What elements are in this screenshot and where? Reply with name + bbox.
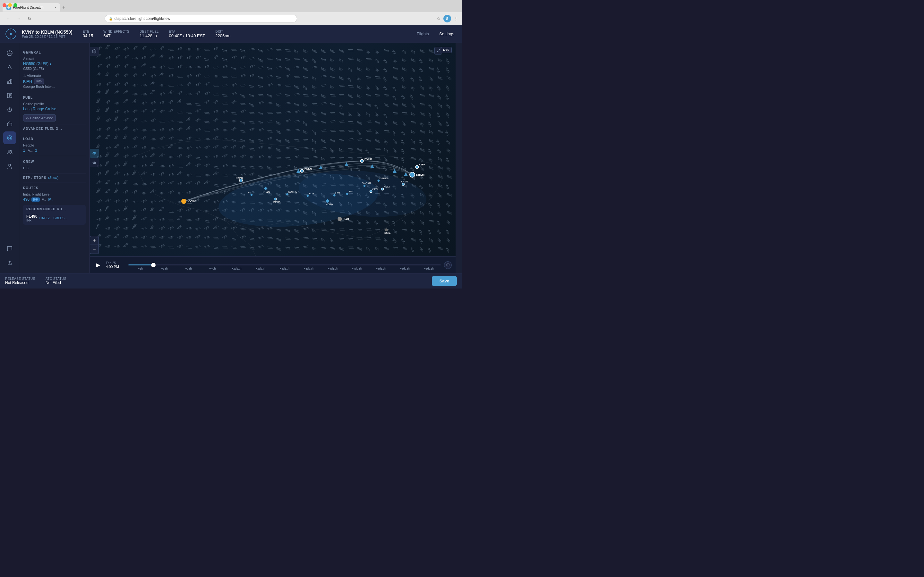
svg-point-19: [8, 150, 10, 152]
lock-icon: 🔒: [109, 17, 113, 21]
aircraft-selector[interactable]: NG550 (GLF5) ▾: [23, 61, 86, 66]
people-label: People: [23, 143, 86, 147]
map-view-controls: [90, 149, 99, 167]
zoom-in-button[interactable]: +: [90, 236, 99, 245]
alternate-row: KIAH Info: [23, 79, 86, 84]
alternate-link[interactable]: KIAH: [23, 79, 32, 84]
timeline-play-button[interactable]: ▶: [94, 261, 103, 269]
timeline-info-button[interactable]: ⓘ: [444, 261, 452, 269]
fl-extra: F...: [42, 198, 46, 201]
flight-info: KVNY to KBLM (NG550) Feb 25, 20:25Z / 12…: [22, 29, 73, 39]
minimize-window-button[interactable]: [8, 3, 12, 7]
stat-eta-value: 00:40Z / 19:40 EST: [169, 33, 205, 38]
timeline-fill: [128, 264, 153, 266]
browser-menu-icon[interactable]: ⋮: [454, 16, 458, 21]
alternate-info-button[interactable]: Info: [34, 79, 44, 84]
stat-eta-label: ETA: [169, 30, 205, 33]
flights-nav-button[interactable]: Flights: [414, 30, 431, 37]
tick-40h: +40h: [200, 267, 225, 270]
tab-title: ForeFlight Dispatch: [13, 5, 53, 9]
recommended-routes-section: RECOMMENDED RO... FL490 IFR HAYEZ... GBE…: [23, 205, 86, 225]
sidebar-icon-people[interactable]: [3, 145, 16, 158]
divider-1: [23, 92, 86, 92]
tick-2d11h: +2d11h: [225, 267, 249, 270]
svg-point-17: [7, 135, 12, 140]
initial-fl-field: Initial Flight Level 490 IFR F... IP...: [23, 192, 86, 201]
tab-close-button[interactable]: ×: [55, 5, 57, 9]
sidebar-icon-share[interactable]: [3, 256, 16, 269]
maximize-window-button[interactable]: [13, 3, 17, 7]
sidebar-icon-chat[interactable]: [3, 242, 16, 255]
etp-show-link[interactable]: (Show): [48, 176, 58, 179]
sidebar-icon-map[interactable]: [3, 47, 16, 60]
back-button[interactable]: ←: [4, 15, 12, 22]
alternate-label: 1. Alternate: [23, 74, 86, 77]
top-header: KVNY to KBLM (NG550) Feb 25, 20:25Z / 12…: [0, 25, 462, 43]
timeline-thumb[interactable]: [151, 263, 156, 268]
svg-rect-9: [9, 81, 10, 84]
rec-fl-info: FL490 IFR: [26, 214, 37, 222]
pic-label: PIC: [23, 166, 86, 170]
crew-title: CREW: [23, 160, 86, 163]
advanced-fuel-header: ADVANCED FUEL O...: [23, 127, 86, 131]
sidebar-icon-analytics[interactable]: [3, 103, 16, 116]
user-avatar[interactable]: S: [443, 15, 451, 23]
tick-13h: +13h: [152, 267, 176, 270]
header-nav: Flights Settings: [414, 30, 457, 37]
cruise-profile-link[interactable]: Long Range Cruise: [23, 107, 56, 111]
cruise-advisor-label: Cruise Advisor: [30, 116, 53, 120]
pic-field: PIC: [23, 166, 86, 170]
timeline-bar[interactable]: +1h +13h +28h +40h +2d11h +2d23h +3d11h …: [128, 264, 441, 266]
svg-point-21: [9, 164, 11, 166]
settings-nav-button[interactable]: Settings: [437, 30, 457, 37]
map-area[interactable]: KVNY KBLM KJFK KORD KDEN KLAS KSFO: [90, 43, 456, 273]
layer-control-button[interactable]: [90, 47, 99, 56]
cruise-advisor-button[interactable]: ⚙ Cruise Advisor: [23, 114, 56, 121]
tick-1h: +1h: [128, 267, 152, 270]
stat-dist-value: 2205nm: [215, 33, 230, 38]
stat-eta: ETA 00:40Z / 19:40 EST: [169, 30, 205, 38]
aircraft-link[interactable]: NG550 (GLF5): [23, 61, 48, 66]
tick-4d23h: +4d23h: [344, 267, 368, 270]
forward-button[interactable]: →: [15, 15, 23, 22]
tick-28h: +28h: [176, 267, 200, 270]
fl-extra2: IP...: [48, 198, 53, 201]
sidebar-icon-chart[interactable]: [3, 75, 16, 88]
timeline-datetime: Feb 25 4:00 PM: [106, 261, 125, 269]
alternate-name: George Bush Inter...: [23, 85, 86, 89]
map-eye-button-1[interactable]: [90, 149, 99, 158]
expand-map-button[interactable]: [435, 47, 442, 55]
flight-date: Feb 25, 20:25Z / 12:25 PST: [22, 35, 73, 39]
tick-2d23h: +2d23h: [249, 267, 273, 270]
people-value: 1: [23, 148, 25, 153]
zoom-out-button[interactable]: −: [90, 245, 99, 254]
svg-point-2: [10, 33, 12, 35]
close-window-button[interactable]: [3, 3, 6, 7]
save-button[interactable]: Save: [432, 276, 457, 286]
advanced-fuel-title: ADVANCED FUEL O...: [23, 127, 62, 131]
url-bar[interactable]: 🔒 dispatch.foreflight.com/flight/new: [105, 15, 297, 23]
zoom-controls: + −: [90, 236, 99, 254]
stat-fuel-label: DEST FUEL: [140, 30, 158, 33]
sidebar-icon-person[interactable]: [3, 160, 16, 172]
sidebar-icon-briefcase[interactable]: [3, 117, 16, 130]
flight-route: KVNY to KBLM (NG550): [22, 29, 73, 35]
sidebar-icon-route[interactable]: [3, 61, 16, 74]
svg-rect-8: [7, 82, 9, 84]
stat-dist-label: DIST: [215, 30, 230, 33]
aircraft-dropdown-arrow[interactable]: ▾: [50, 62, 51, 66]
routes-title: ROUTES: [23, 186, 86, 190]
reload-button[interactable]: ↻: [26, 15, 33, 22]
bookmark-icon[interactable]: ☆: [437, 16, 441, 21]
map-eye-button-2[interactable]: [90, 158, 99, 167]
svg-rect-16: [7, 123, 12, 126]
svg-point-20: [10, 151, 11, 152]
sidebar-icon-book[interactable]: [3, 89, 16, 102]
sidebar-icon-dispatch[interactable]: [3, 131, 16, 144]
right-panel: [456, 43, 462, 273]
new-tab-button[interactable]: +: [62, 5, 65, 10]
gear-icon: ⚙: [26, 116, 29, 120]
divider-2: [23, 124, 86, 124]
timeline-date: Feb 25: [106, 261, 125, 265]
initial-fl-value: 490: [23, 197, 29, 201]
